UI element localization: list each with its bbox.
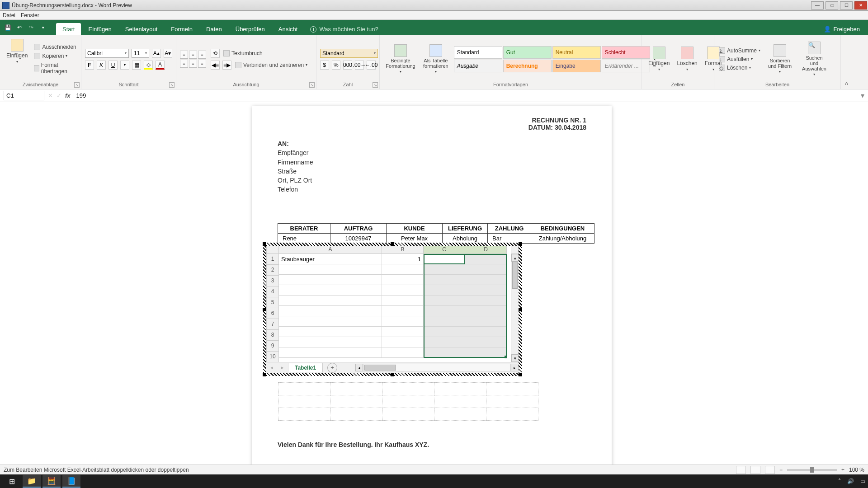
accounting-format-button[interactable]: $ <box>320 61 329 70</box>
fx-icon[interactable]: fx <box>65 92 71 99</box>
tray-expand-icon[interactable]: ˄ <box>838 478 841 484</box>
menu-fenster[interactable]: Fenster <box>21 12 39 19</box>
cell-c9[interactable] <box>424 337 465 347</box>
font-size-dropdown[interactable]: 11▾ <box>132 49 149 58</box>
copy-button[interactable]: Kopieren▾ <box>33 52 77 60</box>
align-right-button[interactable]: ≡ <box>198 60 206 68</box>
cell-d3[interactable] <box>465 275 507 285</box>
align-bottom-button[interactable]: ≡ <box>198 51 206 59</box>
cell-c10[interactable] <box>424 347 465 358</box>
collapse-ribbon-button[interactable]: ʌ <box>841 35 852 89</box>
col-head-d[interactable]: D <box>465 246 507 254</box>
conditional-formatting-button[interactable]: Bedingte Formatierung▾ <box>383 42 418 75</box>
share-button[interactable]: 👤 Freigeben <box>819 23 864 35</box>
taskbar-app-2[interactable]: 🧮 <box>42 475 61 488</box>
paste-button[interactable]: Einfügen ▾ <box>4 37 30 81</box>
tab-einfuegen[interactable]: Einfügen <box>82 23 118 35</box>
row-head-4[interactable]: 4 <box>266 286 279 297</box>
row-head-7[interactable]: 7 <box>266 319 279 330</box>
autosum-button[interactable]: ΣAutoSumme▾ <box>718 47 761 54</box>
qat-undo-icon[interactable]: ↶ <box>15 23 24 32</box>
increase-font-button[interactable]: A▴ <box>152 49 160 58</box>
hscroll-track[interactable] <box>363 364 511 371</box>
cell-b9[interactable] <box>382 337 424 347</box>
row-head-3[interactable]: 3 <box>266 276 279 286</box>
select-all-corner[interactable] <box>266 246 279 254</box>
fill-button[interactable]: ↓Ausfüllen▾ <box>718 56 761 63</box>
taskbar-app-1[interactable]: 📁 <box>23 475 41 488</box>
fill-color-button[interactable]: ◇ <box>144 61 153 70</box>
new-sheet-button[interactable]: + <box>327 363 337 373</box>
font-color-button[interactable]: A <box>156 61 165 70</box>
style-ausgabe[interactable]: Ausgabe <box>454 60 502 72</box>
row-head-5[interactable]: 5 <box>266 297 279 308</box>
align-center-button[interactable]: ≡ <box>189 60 197 68</box>
cell-c1[interactable]: 199 <box>424 254 465 264</box>
cell-a1[interactable]: Staubsauger <box>279 254 382 264</box>
cell-d1[interactable] <box>465 254 507 264</box>
sheet-tab-1[interactable]: Tabelle1 <box>288 363 323 372</box>
alignment-launcher[interactable]: ↘ <box>309 82 315 88</box>
cell-a4[interactable] <box>279 285 382 296</box>
cut-button[interactable]: Ausschneiden <box>33 43 77 51</box>
scroll-down-button[interactable]: ▾ <box>511 354 519 362</box>
cell-a8[interactable] <box>279 327 382 337</box>
find-select-button[interactable]: 🔍Suchen und Auswählen▾ <box>798 40 830 78</box>
cell-d2[interactable] <box>465 264 507 275</box>
minimize-button[interactable]: — <box>811 1 824 9</box>
zoom-slider[interactable] <box>787 469 837 471</box>
cell-a2[interactable] <box>279 264 382 275</box>
format-painter-button[interactable]: Format übertragen <box>33 61 77 75</box>
cell-b6[interactable] <box>382 306 424 316</box>
name-box[interactable]: C1 <box>4 91 44 100</box>
delete-cells-button[interactable]: Löschen▾ <box>674 45 700 73</box>
cell-b10[interactable] <box>382 347 424 358</box>
style-gut[interactable]: Gut <box>503 46 552 59</box>
tray-battery-icon[interactable]: ▭ <box>860 478 865 484</box>
row-head-1[interactable]: 1 <box>266 254 279 265</box>
cell-a7[interactable] <box>279 316 382 327</box>
cell-d9[interactable] <box>465 337 507 347</box>
view-page-layout-button[interactable] <box>750 466 760 474</box>
formula-input[interactable]: 199 <box>74 91 857 100</box>
increase-decimal-button[interactable]: .00→ <box>355 61 364 70</box>
start-button[interactable]: ⊞ <box>3 475 21 488</box>
cell-d10[interactable] <box>465 347 507 358</box>
percent-format-button[interactable]: % <box>332 61 341 70</box>
enter-formula-button[interactable]: ✓ <box>57 92 61 99</box>
tab-ansicht[interactable]: Ansicht <box>272 23 304 35</box>
taskbar-app-3[interactable]: 📘 <box>62 475 80 488</box>
underline-more-button[interactable]: ▾ <box>120 61 129 70</box>
hscroll-thumb[interactable] <box>364 365 396 371</box>
cell-d5[interactable] <box>465 296 507 306</box>
tab-ueberpruefen[interactable]: Überprüfen <box>229 23 271 35</box>
tab-seitenlayout[interactable]: Seitenlayout <box>119 23 164 35</box>
scroll-thumb[interactable] <box>512 262 518 289</box>
qat-customize-icon[interactable]: ▾ <box>39 23 47 32</box>
style-eingabe[interactable]: Eingabe <box>552 60 601 72</box>
borders-button[interactable]: ▦ <box>132 61 141 70</box>
embedded-excel-object[interactable]: A B C D 1 2 3 4 5 6 7 <box>263 243 522 376</box>
cell-a6[interactable] <box>279 306 382 316</box>
cell-a9[interactable] <box>279 337 382 347</box>
row-head-6[interactable]: 6 <box>266 308 279 319</box>
format-as-table-button[interactable]: Als Tabelle formatieren▾ <box>420 42 451 75</box>
tab-daten[interactable]: Daten <box>200 23 228 35</box>
decrease-indent-button[interactable]: ◀≡ <box>211 61 220 70</box>
cell-c5[interactable] <box>424 296 465 306</box>
cell-b2[interactable] <box>382 264 424 275</box>
maximize-button[interactable]: ☐ <box>840 1 853 9</box>
cell-b5[interactable] <box>382 296 424 306</box>
cancel-formula-button[interactable]: ✕ <box>48 92 53 99</box>
cell-b3[interactable] <box>382 275 424 285</box>
qat-save-icon[interactable]: 💾 <box>4 23 12 32</box>
wrap-text-button[interactable]: Textumbruch <box>222 50 264 57</box>
zoom-out-button[interactable]: − <box>779 467 783 473</box>
font-name-dropdown[interactable]: Calibri▾ <box>85 49 129 58</box>
cell-d8[interactable] <box>465 327 507 337</box>
cell-c3[interactable] <box>424 275 465 285</box>
row-head-8[interactable]: 8 <box>266 330 279 341</box>
hscroll-left[interactable]: ◂ <box>355 364 363 371</box>
orientation-button[interactable]: ⟲ <box>211 49 220 58</box>
cell-c7[interactable] <box>424 316 465 327</box>
